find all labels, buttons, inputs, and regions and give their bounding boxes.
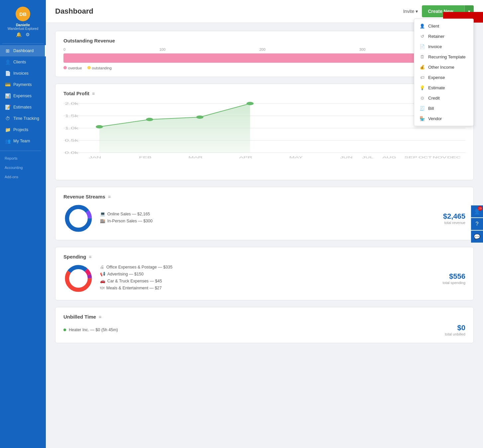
- sidebar-item-invoices[interactable]: 📄 Invoices: [0, 68, 46, 79]
- svg-text:FEB: FEB: [139, 156, 151, 159]
- spending-donut: [63, 263, 93, 293]
- spending-donut-svg: [63, 263, 93, 293]
- svg-text:AUG: AUG: [382, 156, 396, 159]
- estimates-icon: 📝: [5, 105, 11, 110]
- spending-item-meals: 🍽 Meals & Entertainment — $27: [100, 285, 436, 290]
- spending-card: Spending ≡ 🖨 Office Expenses & Postage —: [55, 247, 474, 300]
- status-dot: [63, 329, 66, 331]
- dropdown-item-label: Client: [428, 24, 439, 29]
- svg-text:0.5k: 0.5k: [65, 139, 79, 142]
- dropdown-item-other-income[interactable]: 💰 Other Income: [414, 62, 473, 72]
- unbilled-item: Heater Inc. — $0 (5h 45m): [63, 328, 438, 332]
- spending-item-car: 🚗 Car & Truck Expenses — $45: [100, 278, 436, 283]
- svg-text:0.0k: 0.0k: [65, 151, 79, 155]
- unbilled-total-value: $0: [445, 324, 465, 332]
- unbilled-time-title: Unbilled Time ≡: [63, 314, 465, 320]
- svg-point-17: [246, 102, 254, 105]
- unbilled-time-row: Heater Inc. — $0 (5h 45m) $0 total unbil…: [63, 324, 465, 336]
- unbilled-time-card: Unbilled Time ≡ Heater Inc. — $0 (5h 45m…: [55, 307, 474, 343]
- sidebar-item-time-tracking[interactable]: ⏱ Time Tracking: [0, 113, 46, 124]
- svg-text:OCT: OCT: [418, 156, 432, 159]
- revenue-total: $2,465 total revenue: [443, 212, 465, 225]
- stream-item-in-person-sales: 🏬 In-Person Sales — $300: [100, 218, 436, 223]
- legend-overdue: overdue: [63, 66, 82, 70]
- dropdown-item-label: Expense: [428, 75, 445, 80]
- dropdown-item-expense[interactable]: 🏷 Expense: [414, 72, 473, 83]
- estimate-icon: 💡: [420, 85, 425, 90]
- dropdown-item-estimate[interactable]: 💡 Estimate: [414, 83, 473, 93]
- sidebar-item-expenses[interactable]: 📊 Expenses: [0, 90, 46, 102]
- sidebar-user-name: Danielle: [16, 23, 30, 27]
- sidebar-item-label: Projects: [13, 127, 28, 132]
- help-floating-icon: ?: [476, 221, 479, 227]
- dropdown-item-label: Credit: [428, 96, 440, 101]
- revenue-donut: [63, 203, 93, 233]
- bar-overdue: [63, 53, 433, 63]
- spending-total: $556 total spending: [443, 272, 466, 285]
- revenue-streams-title: Revenue Streams ≡: [63, 194, 465, 199]
- settings-icon[interactable]: ⚙: [26, 32, 30, 37]
- invoices-icon: 📄: [5, 71, 11, 76]
- sidebar-item-projects[interactable]: 📁 Projects: [0, 124, 46, 135]
- revenue-stream-details: 💻 Online Sales — $2,165 🏬 In-Person Sale…: [100, 211, 436, 225]
- users-floating-button[interactable]: 👤 29: [471, 205, 483, 217]
- dropdown-item-recurring-template[interactable]: 🗓 Recurring Template: [414, 52, 473, 62]
- time-tracking-icon: ⏱: [5, 116, 11, 121]
- unbilled-total: $0 total unbilled: [445, 324, 465, 336]
- spending-details: 🖨 Office Expenses & Postage — $335 📢 Adv…: [100, 264, 436, 292]
- svg-point-16: [196, 115, 204, 119]
- in-person-sales-icon: 🏬: [100, 218, 105, 223]
- sidebar-accounting-label[interactable]: Accounting: [0, 162, 46, 171]
- bar-chart-axis: 0 100 200 300 400: [63, 47, 465, 51]
- dropdown-item-retainer[interactable]: ↺ Retainer: [414, 31, 473, 41]
- bar-legend: overdue outstanding: [63, 66, 465, 70]
- sidebar-item-payments[interactable]: 💳 Payments: [0, 79, 46, 90]
- total-profit-title: Total Profit ≡: [63, 91, 465, 96]
- stream-item-online-sales: 💻 Online Sales — $2,165: [100, 211, 436, 216]
- payments-icon: 💳: [5, 82, 11, 87]
- sidebar-item-dashboard[interactable]: ⊞ Dashboard: [0, 45, 46, 56]
- dropdown-item-label: Invoice: [428, 44, 442, 49]
- sidebar-item-clients[interactable]: 👤 Clients: [0, 56, 46, 68]
- help-floating-button[interactable]: ?: [471, 218, 483, 230]
- sidebar-divider-2: [0, 151, 41, 151]
- dropdown-item-vendor[interactable]: 🏪 Vendor: [414, 113, 473, 124]
- sidebar-nav: ⊞ Dashboard 👤 Clients 📄 Invoices 💳 Payme…: [0, 45, 46, 180]
- invoice-icon: 📄: [420, 44, 425, 49]
- create-new-dropdown-menu: 👤 Client ↺ Retainer 📄 Invoice 🗓 Recurrin…: [414, 19, 474, 126]
- dropdown-item-label: Estimate: [428, 85, 445, 90]
- credit-icon: ⊙: [420, 96, 425, 101]
- dropdown-item-client[interactable]: 👤 Client: [414, 21, 473, 31]
- notification-icon[interactable]: 🔔: [16, 32, 22, 37]
- sidebar-item-label: Invoices: [13, 71, 29, 76]
- dropdown-item-credit[interactable]: ⊙ Credit: [414, 93, 473, 103]
- chat-floating-button[interactable]: 💬: [471, 231, 483, 243]
- create-new-dropdown-button[interactable]: ▾: [464, 5, 474, 17]
- expenses-icon: 📊: [5, 93, 11, 99]
- sidebar-user-company: Wanderlust Explored: [8, 27, 38, 31]
- sidebar-item-label: Clients: [13, 60, 26, 64]
- revenue-streams-card: Revenue Streams ≡ 💻 Online Sales — $2,16…: [55, 187, 474, 240]
- sidebar-reports-label[interactable]: Reports: [0, 152, 46, 162]
- dropdown-item-bill[interactable]: 🧾 Bill: [414, 103, 473, 113]
- create-new-button[interactable]: Create New ...: [422, 5, 464, 17]
- sidebar-addons-label[interactable]: Add-ons: [0, 171, 46, 180]
- profit-chart-wrapper: $1,909 total profit 2.0k 1.5k 1.0k 0.5k …: [63, 100, 465, 173]
- page-header: Dashboard Invite ▾ Create: [46, 0, 483, 23]
- svg-marker-13: [99, 104, 250, 153]
- invite-button[interactable]: Invite ▾: [403, 9, 418, 14]
- advertising-icon: 📢: [100, 271, 105, 276]
- sidebar-item-my-team[interactable]: 👥 My Team: [0, 135, 46, 147]
- my-team-icon: 👥: [5, 138, 11, 144]
- spending-title: Spending ≡: [63, 254, 465, 260]
- online-sales-icon: 💻: [100, 211, 105, 216]
- dropdown-item-invoice[interactable]: 📄 Invoice: [414, 41, 473, 52]
- svg-text:JUL: JUL: [362, 156, 374, 159]
- dashboard-icon: ⊞: [5, 48, 11, 53]
- retainer-icon: ↺: [420, 34, 425, 39]
- sidebar-item-label: Payments: [13, 82, 32, 87]
- sidebar-item-estimates[interactable]: 📝 Estimates: [0, 102, 46, 113]
- svg-text:2.0k: 2.0k: [65, 102, 79, 106]
- svg-text:MAR: MAR: [188, 156, 203, 159]
- profit-chart-svg: 2.0k 1.5k 1.0k 0.5k 0.0k: [63, 100, 465, 160]
